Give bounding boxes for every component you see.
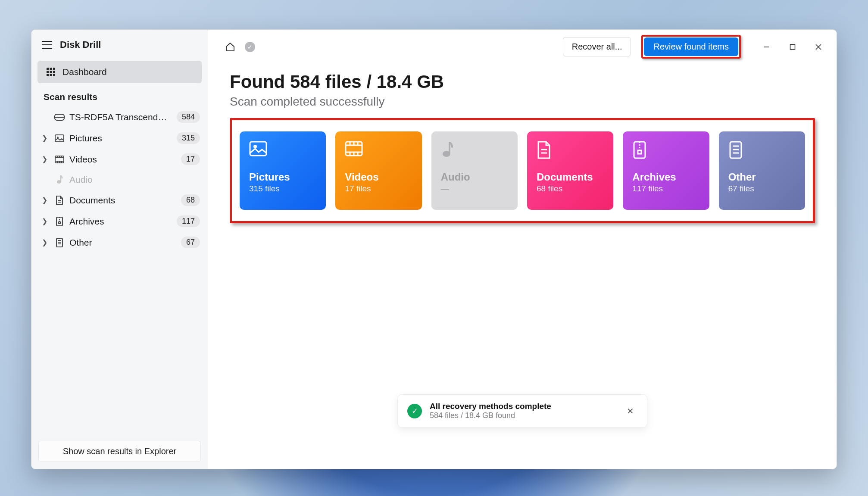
svg-rect-33: [790, 44, 795, 49]
tree-item-count: 67: [181, 237, 200, 248]
svg-rect-52: [638, 150, 641, 154]
category-card-other[interactable]: Other67 files: [719, 131, 805, 210]
home-button[interactable]: [223, 40, 237, 54]
card-title: Videos: [345, 171, 412, 183]
nav-dashboard-label: Dashboard: [62, 67, 107, 77]
tree-item-count: 117: [177, 215, 200, 227]
tree-item-label: Videos: [69, 154, 169, 165]
category-card-archives[interactable]: Archives117 files: [623, 131, 709, 210]
document-icon: [54, 196, 65, 205]
svg-rect-4: [50, 71, 52, 73]
tree-item-count: 17: [181, 153, 200, 165]
tree-device[interactable]: TS-RDF5A Transcend US... 584: [31, 106, 208, 128]
card-title: Other: [728, 171, 796, 183]
checkmark-icon: ✓: [245, 42, 255, 52]
toast-title: All recovery methods complete: [430, 402, 615, 411]
svg-rect-5: [53, 71, 55, 73]
show-in-explorer-button[interactable]: Show scan results in Explorer: [38, 441, 201, 462]
video-icon: [54, 156, 65, 163]
svg-rect-2: [53, 68, 55, 70]
tree-device-count: 584: [177, 111, 200, 123]
card-count: 17 files: [345, 184, 412, 193]
tree-item-documents[interactable]: ❯Documents68: [31, 190, 208, 211]
tree-item-label: Other: [69, 237, 169, 248]
tree-item-pictures[interactable]: ❯Pictures315: [31, 128, 208, 149]
pictures-icon: [249, 141, 316, 159]
picture-icon: [54, 134, 65, 142]
documents-icon: [537, 141, 604, 159]
other-icon: [728, 141, 796, 159]
svg-rect-8: [53, 74, 55, 76]
other-icon: [54, 238, 65, 247]
card-count: 315 files: [249, 184, 316, 193]
scan-results-section-label: Scan results: [31, 84, 208, 106]
sidebar: Disk Drill Dashboard Scan results TS-RDF…: [31, 30, 208, 469]
results-headline: Found 584 files / 18.4 GB: [230, 72, 815, 92]
scan-status-indicator[interactable]: ✓: [243, 40, 257, 54]
card-title: Documents: [537, 171, 604, 183]
card-title: Pictures: [249, 171, 316, 183]
hamburger-icon[interactable]: [42, 41, 52, 49]
tree-item-other[interactable]: ❯Other67: [31, 232, 208, 253]
svg-point-22: [57, 180, 61, 184]
content-area: Found 584 files / 18.4 GB Scan completed…: [208, 64, 837, 231]
drive-icon: [54, 114, 65, 121]
review-found-items-button[interactable]: Review found items: [644, 37, 738, 56]
card-count: 68 files: [537, 184, 604, 193]
card-count: 117 files: [632, 184, 699, 193]
maximize-button[interactable]: [780, 37, 806, 56]
chevron-right-icon: ❯: [42, 217, 50, 225]
svg-rect-36: [250, 142, 266, 156]
audio-icon: [54, 175, 65, 184]
archives-icon: [632, 141, 699, 159]
minimize-button[interactable]: [754, 37, 780, 56]
tree-item-audio[interactable]: Audio: [31, 170, 208, 190]
svg-rect-3: [47, 71, 49, 73]
main-pane: ✓ Recover all... Review found items Foun: [208, 30, 837, 469]
tree-device-label: TS-RDF5A Transcend US...: [69, 112, 169, 122]
svg-rect-11: [55, 135, 64, 142]
svg-point-37: [253, 145, 257, 148]
results-subheadline: Scan completed successfully: [230, 95, 815, 109]
tree-item-label: Archives: [69, 216, 169, 227]
tree-item-videos[interactable]: ❯Videos17: [31, 149, 208, 170]
tree-item-count: 315: [177, 132, 200, 144]
app-window: Disk Drill Dashboard Scan results TS-RDF…: [31, 29, 837, 469]
close-button[interactable]: [806, 37, 831, 56]
card-count: —: [441, 184, 508, 193]
sidebar-header: Disk Drill: [31, 30, 208, 60]
chevron-right-icon: ❯: [42, 134, 50, 142]
svg-rect-0: [47, 68, 49, 70]
svg-point-47: [443, 151, 450, 157]
category-card-pictures[interactable]: Pictures315 files: [240, 131, 326, 210]
toast-subtitle: 584 files / 18.4 GB found: [430, 411, 615, 420]
chevron-right-icon: ❯: [42, 196, 50, 204]
category-card-audio[interactable]: Audio—: [431, 131, 518, 210]
chevron-right-icon: ❯: [42, 155, 50, 163]
card-title: Audio: [441, 171, 508, 183]
archive-icon: [54, 217, 65, 226]
tree-item-label: Audio: [69, 175, 169, 185]
category-card-videos[interactable]: Videos17 files: [335, 131, 422, 210]
videos-icon: [345, 141, 412, 159]
tree-item-count: 68: [181, 194, 200, 206]
recover-all-button[interactable]: Recover all...: [563, 37, 631, 56]
card-count: 67 files: [728, 184, 796, 193]
category-cards-highlight: Pictures315 filesVideos17 filesAudio—Doc…: [230, 118, 815, 223]
success-check-icon: ✓: [407, 404, 422, 418]
tree-item-label: Documents: [69, 195, 169, 206]
svg-rect-7: [50, 74, 52, 76]
grid-icon: [45, 68, 56, 76]
audio-icon: [441, 141, 508, 159]
svg-rect-27: [59, 222, 60, 224]
nav-dashboard[interactable]: Dashboard: [37, 61, 202, 83]
window-controls: [754, 37, 831, 56]
completion-toast: ✓ All recovery methods complete 584 file…: [397, 394, 647, 427]
category-card-documents[interactable]: Documents68 files: [527, 131, 613, 210]
tree-item-archives[interactable]: ❯Archives117: [31, 211, 208, 232]
card-title: Archives: [632, 171, 699, 183]
toast-close-button[interactable]: ✕: [623, 403, 637, 419]
topbar: ✓ Recover all... Review found items: [208, 30, 837, 64]
sidebar-footer: Show scan results in Explorer: [31, 434, 208, 469]
tree-item-label: Pictures: [69, 133, 169, 143]
